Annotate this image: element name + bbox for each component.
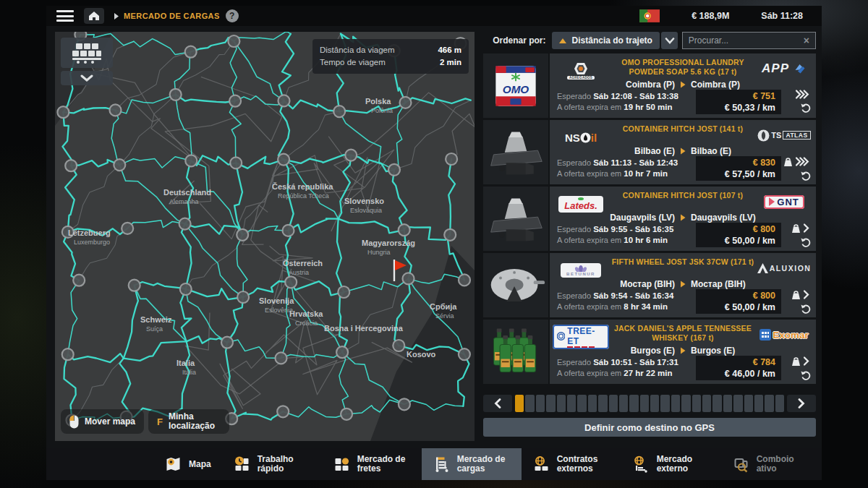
page-block[interactable] xyxy=(536,395,545,412)
route-arrow-icon xyxy=(680,81,686,88)
home-button[interactable] xyxy=(84,8,104,24)
map-country-label: Hrvatska xyxy=(289,309,323,318)
cargo-weight-icon xyxy=(791,223,801,234)
page-block[interactable] xyxy=(567,395,576,412)
cargo-title: CONTAINER HITCH JOST (107 t) xyxy=(610,191,755,200)
page-block[interactable] xyxy=(660,395,669,412)
world-map[interactable]: PolskaPolôniaDeutschlandAlemanhaČeská re… xyxy=(55,32,475,441)
map-country-label: Deutschland xyxy=(163,188,211,197)
cargo-details: TREE-ET JACK DANIEL'S APPLE TENNESSEE WH… xyxy=(550,320,816,384)
page-block[interactable] xyxy=(650,395,659,412)
cargo-title: FIFTH WHEEL JOST JSK 37CW (171 t) xyxy=(610,257,755,267)
page-block[interactable] xyxy=(733,395,742,412)
cargo-details: Lateds. CONTAINER HITCH JOST (107 t) GNT… xyxy=(550,187,816,251)
cargo-price: € 751 xyxy=(696,90,775,102)
sort-dropdown[interactable]: Distância do trajeto xyxy=(552,32,660,49)
cargo-price: € 784 xyxy=(696,356,775,368)
page-block[interactable] xyxy=(609,395,618,412)
menu-icon[interactable] xyxy=(56,10,74,22)
page-block[interactable] xyxy=(546,395,555,412)
cargo-speed-icon xyxy=(796,90,812,99)
page-block[interactable] xyxy=(671,395,680,412)
expires-label: A oferta expira em xyxy=(557,103,621,111)
expected-label: Esperado xyxy=(557,158,591,167)
svg-text:Croácia: Croácia xyxy=(295,320,318,327)
chevron-right-icon xyxy=(798,398,805,408)
page-block[interactable] xyxy=(712,395,721,412)
expected-time: Sáb 12:08 - Sáb 13:38 xyxy=(593,92,678,100)
price-box: € 830 € 57,50 / km xyxy=(696,156,781,181)
page-prev-button[interactable] xyxy=(483,395,512,412)
cargo-offer-card[interactable]: Lateds. CONTAINER HITCH JOST (107 t) GNT… xyxy=(483,187,816,251)
nav-item-map[interactable]: Mapa xyxy=(153,448,222,480)
page-block[interactable] xyxy=(525,395,534,412)
page-block[interactable] xyxy=(723,395,732,412)
route-to: Coimbra (P) xyxy=(691,80,740,90)
sort-value: Distância do trajeto xyxy=(572,35,652,46)
map-collapse-button[interactable] xyxy=(61,71,113,85)
route-arrow-icon xyxy=(680,214,686,221)
page-block[interactable] xyxy=(640,395,649,412)
expires-label: A oferta expira em xyxy=(557,236,621,244)
help-button[interactable]: ? xyxy=(226,9,239,22)
external-contracts-icon xyxy=(532,455,550,473)
page-block[interactable] xyxy=(629,395,638,412)
page-block[interactable] xyxy=(744,395,753,412)
sort-row: Ordenar por: Distância do trajeto × xyxy=(483,32,816,49)
map-canvas: PolskaPolôniaDeutschlandAlemanhaČeská re… xyxy=(55,32,475,441)
nav-item-contracts[interactable]: Contratos externos xyxy=(522,448,621,480)
cargo-market-icon xyxy=(433,455,451,473)
expires-time: 10 hr 6 min xyxy=(624,236,668,244)
cargo-rate: € 50,00 / km xyxy=(696,235,775,247)
search-clear-icon[interactable]: × xyxy=(802,35,811,46)
recipient-logo: APP xyxy=(755,58,813,80)
search-input[interactable] xyxy=(687,35,802,46)
nav-item-external[interactable]: Mercado externo xyxy=(621,448,721,480)
page-block[interactable] xyxy=(681,395,690,412)
cargo-times: Esperado Sáb 9:54 - Sáb 16:34 A oferta e… xyxy=(557,291,673,312)
page-block[interactable] xyxy=(754,395,763,412)
cargo-offer-card[interactable]: BETUNUR FIFTH WHEEL JOST JSK 37CW (171 t… xyxy=(483,253,816,317)
page-block[interactable] xyxy=(557,395,566,412)
clock-icon xyxy=(233,455,251,473)
expires-time: 27 hr 22 min xyxy=(624,369,672,377)
page-block[interactable] xyxy=(577,395,586,412)
page-block-current[interactable] xyxy=(515,395,524,412)
page-block[interactable] xyxy=(588,395,597,412)
route-arrow-icon xyxy=(680,281,686,288)
recipient-logo: ALUXION xyxy=(755,257,813,279)
expires-time: 10 hr 7 min xyxy=(624,169,668,178)
page-next-button[interactable] xyxy=(787,395,816,412)
sort-ascending-icon xyxy=(559,38,566,43)
page-block[interactable] xyxy=(702,395,711,412)
svg-text:Itália: Itália xyxy=(182,369,196,376)
cargo-weight-icon xyxy=(783,156,793,167)
move-map-hint: Mover mapa xyxy=(61,409,144,434)
page-block[interactable] xyxy=(765,395,773,412)
main-panel: PolskaPolôniaDeutschlandAlemanhaČeská re… xyxy=(46,26,822,448)
cargo-title: JACK DANIEL'S APPLE TENNESSEE WHISKEY (1… xyxy=(610,324,755,343)
cargo-offer-card[interactable]: NS il CONTAINER HITCH JOST (141 t) TSATL… xyxy=(483,120,816,184)
chevron-down-icon xyxy=(665,38,675,44)
page-block[interactable] xyxy=(692,395,701,412)
cargo-offer-card[interactable]: OMO AGREGADOS OMO PROFESSIONAL LAUNDRY P… xyxy=(483,53,816,118)
cargo-rate: € 50,33 / km xyxy=(696,102,775,114)
cargo-times: Esperado Sáb 9:55 - Sáb 16:35 A oferta e… xyxy=(557,224,673,246)
svg-text:Alemanha: Alemanha xyxy=(169,198,199,205)
set-gps-destination-button[interactable]: Definir como destino no GPS xyxy=(483,418,816,437)
nav-item-freight[interactable]: Mercado de fretes xyxy=(322,448,422,480)
return-trip-icon xyxy=(801,304,812,314)
price-box: € 800 € 50,00 / km xyxy=(696,223,781,247)
expected-time: Sáb 9:55 - Sáb 16:35 xyxy=(593,225,673,234)
nav-item-cargo[interactable]: Mercado de cargas xyxy=(422,448,522,480)
nav-item-quickjob[interactable]: Trabalho rápido xyxy=(222,448,322,480)
page-block[interactable] xyxy=(775,395,784,412)
expected-label: Esperado xyxy=(557,225,591,234)
page-block[interactable] xyxy=(598,395,607,412)
trailer-filter-button[interactable] xyxy=(61,38,113,68)
route-from: Burgos (E) xyxy=(631,346,675,356)
cargo-rate: € 46,00 / km xyxy=(696,368,775,380)
sort-expand-button[interactable] xyxy=(661,32,678,49)
page-block[interactable] xyxy=(619,395,628,412)
cargo-offer-card[interactable]: TREE-ET JACK DANIEL'S APPLE TENNESSEE WH… xyxy=(483,320,816,384)
